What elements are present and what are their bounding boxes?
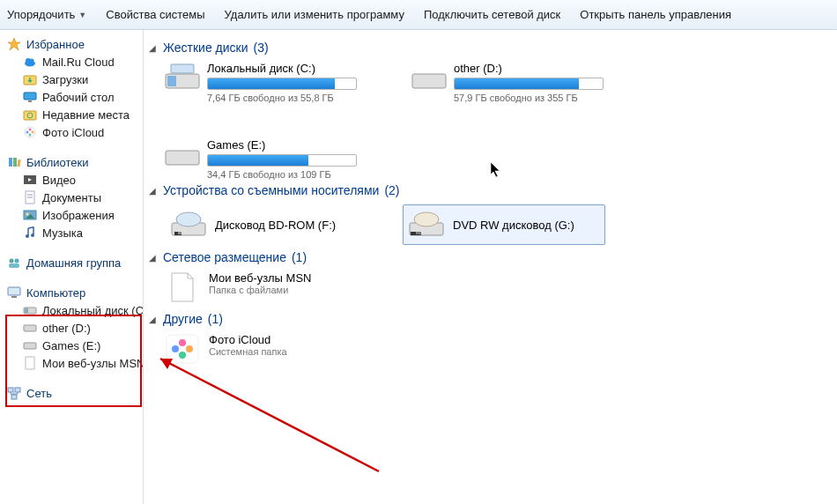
sidebar-item-drive-d[interactable]: other (D:)	[7, 319, 143, 337]
svg-rect-36	[26, 357, 34, 369]
drive-d[interactable]: other (D:) 57,9 ГБ свободно из 355 ГБ	[411, 62, 623, 103]
chevron-down-icon: ▼	[78, 11, 86, 19]
downloads-icon	[23, 72, 37, 86]
svg-point-28	[15, 259, 19, 263]
drive-e[interactable]: Games (E:) 34,4 ГБ свободно из 109 ГБ	[165, 138, 376, 180]
collapse-icon: ◢	[149, 315, 158, 324]
star-icon	[7, 37, 21, 51]
svg-rect-35	[24, 343, 36, 349]
drive-usage-bar	[207, 78, 357, 90]
map-network-drive-button[interactable]: Подключить сетевой диск	[424, 8, 560, 21]
sidebar-favorites[interactable]: Избранное	[7, 35, 143, 53]
collapse-icon: ◢	[149, 186, 158, 196]
svg-point-11	[32, 131, 34, 134]
svg-point-46	[176, 212, 201, 226]
sidebar-item-music[interactable]: Музыка	[7, 224, 143, 241]
sidebar-head-label: Компьютер	[26, 286, 85, 300]
recent-icon	[23, 107, 37, 122]
svg-rect-15	[13, 158, 17, 167]
svg-rect-41	[167, 76, 176, 86]
svg-point-55	[186, 345, 193, 352]
optical-drive-icon: DVD	[409, 209, 444, 241]
sidebar-item-label: Mail.Ru Cloud	[42, 56, 115, 69]
sidebar-computer[interactable]: Компьютер	[7, 284, 143, 301]
section-count: (3)	[254, 41, 269, 55]
system-properties-button[interactable]: Свойства системы	[106, 8, 204, 21]
sidebar-item-recent[interactable]: Недавние места	[7, 106, 143, 123]
drive-name: DVD RW дисковод (G:)	[453, 219, 574, 232]
svg-rect-43	[412, 74, 446, 88]
sidebar-item-drive-e[interactable]: Games (E:)	[7, 337, 143, 354]
drive-name: other (D:)	[454, 62, 604, 75]
section-title: Жесткие диски	[163, 41, 248, 55]
section-removable[interactable]: ◢ Устройства со съемными носителями (2)	[149, 183, 830, 197]
section-hdd[interactable]: ◢ Жесткие диски (3)	[149, 41, 830, 55]
bd-rom-drive[interactable]: BD Дисковод BD-ROM (F:)	[165, 204, 367, 245]
drive-icon	[23, 303, 37, 317]
open-control-panel-button[interactable]: Открыть панель управления	[580, 8, 731, 21]
sidebar-item-pictures[interactable]: Изображения	[7, 206, 143, 224]
sidebar-item-desktop[interactable]: Рабочий стол	[7, 88, 143, 106]
drive-usage-bar	[454, 78, 604, 90]
organize-menu[interactable]: Упорядочить ▼	[7, 8, 86, 21]
organize-label: Упорядочить	[7, 8, 75, 21]
sidebar-libraries[interactable]: Библиотеки	[7, 153, 143, 171]
network-icon	[7, 386, 21, 400]
main: Избранное Mail.Ru Cloud Загрузки Рабочий…	[0, 30, 837, 504]
drive-free-space: 7,64 ГБ свободно из 55,8 ГБ	[207, 93, 357, 103]
svg-rect-14	[9, 158, 12, 167]
sidebar-network[interactable]: Сеть	[7, 384, 143, 402]
sidebar-item-mailru[interactable]: Mail.Ru Cloud	[7, 53, 143, 70]
sidebar-item-label: other (D:)	[42, 322, 91, 335]
computer-icon	[7, 285, 21, 300]
sidebar-item-drive-c[interactable]: Локальный диск (C:)	[7, 301, 143, 319]
sidebar: Избранное Mail.Ru Cloud Загрузки Рабочий…	[0, 30, 144, 504]
sidebar-item-documents[interactable]: Документы	[7, 189, 143, 206]
section-other[interactable]: ◢ Другие (1)	[149, 312, 830, 326]
drive-name: Локальный диск (C:)	[207, 62, 357, 75]
optical-drive-icon: BD	[171, 209, 206, 241]
svg-rect-53	[167, 335, 198, 363]
item-subtitle: Папка с файлами	[209, 285, 311, 295]
sidebar-item-label: Локальный диск (C:)	[42, 304, 143, 317]
section-title: Сетевое размещение	[163, 250, 286, 264]
drive-name: Дисковод BD-ROM (F:)	[215, 219, 336, 232]
svg-rect-42	[171, 64, 194, 73]
section-count: (1)	[292, 250, 307, 264]
svg-point-12	[29, 134, 32, 137]
item-subtitle: Системная папка	[209, 346, 287, 357]
sidebar-item-msn[interactable]: Мои веб-узлы MSN	[7, 354, 143, 372]
video-icon	[23, 173, 37, 187]
sidebar-item-label: Документы	[42, 191, 101, 204]
sidebar-item-icloud-photos[interactable]: Фото iCloud	[7, 123, 143, 141]
sidebar-item-label: Фото iCloud	[42, 126, 104, 139]
homegroup-icon	[7, 256, 21, 270]
drive-c[interactable]: Локальный диск (C:) 7,64 ГБ свободно из …	[165, 62, 376, 103]
drive-name: Games (E:)	[207, 138, 357, 152]
uninstall-program-button[interactable]: Удалить или изменить программу	[225, 8, 404, 21]
sidebar-item-videos[interactable]: Видео	[7, 171, 143, 189]
toolbar: Упорядочить ▼ Свойства системы Удалить и…	[0, 0, 837, 30]
svg-point-10	[29, 129, 32, 131]
svg-rect-31	[11, 296, 17, 298]
drive-free-space: 57,9 ГБ свободно из 355 ГБ	[454, 93, 604, 103]
hdd-icon	[165, 62, 200, 93]
sidebar-item-label: Музыка	[42, 226, 83, 240]
svg-point-54	[179, 339, 186, 346]
desktop-icon	[23, 90, 37, 104]
sidebar-item-downloads[interactable]: Загрузки	[7, 70, 143, 88]
section-count: (2)	[384, 183, 399, 197]
other-icloud-photos[interactable]: Фото iCloud Системная папка	[165, 333, 830, 365]
section-netloc[interactable]: ◢ Сетевое размещение (1)	[149, 250, 830, 264]
file-icon	[165, 271, 200, 303]
svg-rect-34	[24, 325, 36, 331]
dvd-rw-drive[interactable]: DVD DVD RW дисковод (G:)	[403, 204, 605, 245]
svg-rect-33	[25, 308, 28, 313]
collapse-icon: ◢	[149, 43, 158, 53]
sidebar-homegroup[interactable]: Домашняя группа	[7, 254, 143, 271]
hdd-icon	[165, 138, 200, 170]
sidebar-item-label: Загрузки	[42, 73, 88, 86]
svg-rect-37	[8, 388, 13, 392]
svg-rect-5	[24, 93, 36, 100]
netloc-msn[interactable]: Мои веб-узлы MSN Папка с файлами	[165, 271, 830, 303]
